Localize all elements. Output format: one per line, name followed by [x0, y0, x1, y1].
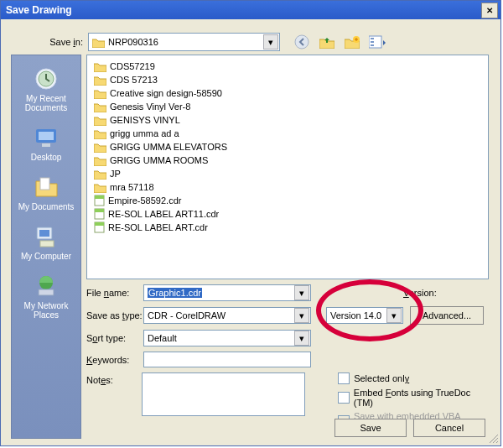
folder-icon [94, 75, 106, 86]
svg-rect-11 [40, 178, 49, 190]
list-item-label: RE-SOL LABEL ART11.cdr [108, 209, 219, 219]
new-folder-icon[interactable] [344, 34, 360, 50]
back-icon[interactable] [293, 34, 310, 50]
network-places-icon [33, 273, 60, 300]
folder-icon [94, 182, 106, 193]
list-item[interactable]: RE-SOL LABEL ART11.cdr [94, 207, 481, 221]
cdr-file-icon [94, 221, 105, 233]
chevron-down-icon[interactable]: ▾ [294, 331, 309, 346]
keywords-input[interactable] [143, 352, 311, 367]
folder-icon [94, 88, 106, 99]
form-area: File name: Graphic1.cdr ▾ Version: Save … [86, 284, 489, 439]
list-item-label: Creative sign design-58590 [110, 88, 222, 98]
chevron-down-icon[interactable]: ▾ [294, 308, 309, 323]
my-documents-icon [33, 174, 60, 201]
list-item[interactable]: CDS57219 [94, 60, 481, 73]
svg-rect-5 [371, 44, 374, 46]
place-my-documents[interactable]: My Documents [12, 174, 80, 211]
advanced-button[interactable]: Advanced... [410, 306, 484, 325]
places-bar: My Recent Documents Desktop My Documents… [11, 55, 81, 439]
notes-input[interactable] [142, 372, 305, 416]
save-in-value: NRP090316 [108, 37, 158, 47]
place-my-computer[interactable]: My Computer [12, 223, 80, 261]
list-item-label: GRIGG UMMA ELEVATORS [110, 142, 227, 152]
list-item[interactable]: grigg umma ad a [94, 127, 481, 140]
list-item-label: grigg umma ad a [110, 128, 179, 138]
folder-icon [94, 115, 106, 126]
svg-rect-10 [42, 143, 50, 147]
cdr-file-icon [94, 195, 105, 206]
save-button[interactable]: Save [334, 419, 407, 437]
list-item-label: CDS 57213 [110, 75, 158, 85]
my-computer-icon [33, 223, 60, 250]
svg-rect-16 [39, 289, 54, 295]
list-item[interactable]: mra 57118 [94, 180, 481, 194]
resize-grip[interactable] [487, 432, 499, 444]
filename-input[interactable]: Graphic1.cdr ▾ [143, 284, 311, 301]
save-in-label: Save in: [39, 37, 83, 47]
desktop-icon [33, 124, 60, 151]
chevron-down-icon[interactable]: ▾ [294, 285, 309, 300]
sort-type-dropdown[interactable]: Default ▾ [143, 330, 311, 346]
version-label: Version: [403, 288, 437, 298]
notes-label: Notes: [86, 372, 142, 385]
place-recent-documents[interactable]: My Recent Documents [12, 65, 80, 112]
cdr-file-icon [94, 208, 105, 220]
folder-icon [94, 128, 106, 139]
svg-line-25 [496, 441, 498, 443]
selected-only-checkbox[interactable]: Selected only [338, 372, 489, 384]
svg-rect-14 [40, 241, 54, 247]
list-item-label: RE-SOL LABEL ART.cdr [108, 222, 208, 232]
save-in-dropdown[interactable]: NRP090316 ▾ [88, 33, 280, 51]
list-item[interactable]: GENISYS VINYL [94, 113, 481, 127]
cancel-button[interactable]: Cancel [413, 419, 485, 437]
list-item-label: JP [110, 169, 121, 179]
list-item-label: Genesis Vinyl Ver-8 [110, 102, 190, 112]
list-item[interactable]: RE-SOL LABEL ART.cdr [94, 221, 481, 234]
place-desktop[interactable]: Desktop [12, 124, 80, 162]
filename-label: File name: [86, 288, 143, 298]
list-item-label: GRIGG UMMA ROOMS [110, 155, 208, 165]
checkbox-icon [338, 372, 350, 384]
folder-icon [94, 142, 106, 153]
list-item[interactable]: Genesis Vinyl Ver-8 [94, 100, 481, 113]
list-item[interactable]: CDS 57213 [94, 73, 481, 86]
list-item-label: CDS57219 [110, 61, 155, 71]
folder-icon [94, 169, 106, 180]
keywords-label: Keywords: [86, 355, 143, 365]
chevron-down-icon[interactable]: ▾ [263, 34, 278, 49]
checkbox-icon [338, 392, 350, 404]
folder-icon [92, 37, 105, 48]
svg-rect-22 [95, 222, 104, 226]
list-item[interactable]: GRIGG UMMA ELEVATORS [94, 140, 481, 154]
dialog-buttons: Save Cancel [334, 419, 485, 437]
list-item[interactable]: JP [94, 167, 481, 180]
embed-fonts-checkbox[interactable]: Embed Fonts using TrueDoc (TM) [338, 388, 489, 408]
list-item-label: Empire-58592.cdr [108, 195, 181, 206]
folder-icon [94, 61, 106, 72]
window-title: Save Drawing [6, 4, 72, 16]
toolbar [293, 34, 386, 50]
chevron-down-icon[interactable]: ▾ [386, 308, 402, 323]
close-icon[interactable]: ✕ [481, 3, 498, 18]
sort-type-label: Sort type: [86, 333, 143, 343]
list-item-label: GENISYS VINYL [110, 115, 180, 125]
file-list[interactable]: CDS57219CDS 57213Creative sign design-58… [86, 55, 489, 279]
svg-rect-3 [371, 38, 374, 39]
list-item[interactable]: Empire-58592.cdr [94, 194, 481, 207]
svg-rect-20 [95, 209, 104, 212]
save-drawing-dialog: Save Drawing ✕ Save in: NRP090316 ▾ My R… [0, 0, 501, 446]
svg-rect-13 [39, 230, 49, 237]
save-as-type-label: Save as type: [86, 310, 143, 320]
views-icon[interactable] [369, 34, 386, 50]
list-item-label: mra 57118 [110, 182, 154, 192]
recent-documents-icon [33, 65, 60, 92]
svg-rect-9 [39, 132, 54, 140]
list-item[interactable]: Creative sign design-58590 [94, 86, 481, 100]
place-my-network[interactable]: My Network Places [12, 273, 80, 320]
up-one-level-icon[interactable] [319, 34, 335, 50]
save-as-type-dropdown[interactable]: CDR - CorelDRAW ▾ [143, 307, 311, 324]
version-dropdown[interactable]: Version 14.0 ▾ [326, 307, 403, 324]
svg-point-0 [295, 35, 309, 49]
list-item[interactable]: GRIGG UMMA ROOMS [94, 154, 481, 167]
